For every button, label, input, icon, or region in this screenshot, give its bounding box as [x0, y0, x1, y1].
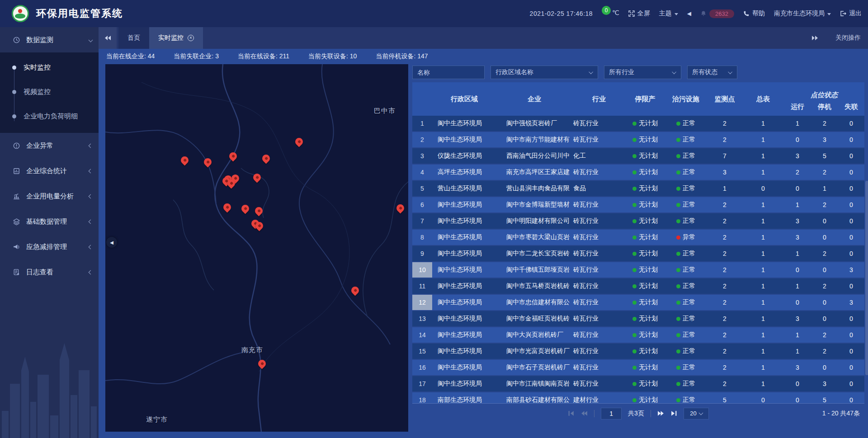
- chevron-down-icon: [827, 13, 831, 15]
- region-filter-select[interactable]: 行政区域名称: [491, 66, 598, 79]
- status-dot-icon: [632, 235, 637, 240]
- cell-company: 阆中市江南镇阆南页岩: [496, 376, 572, 391]
- stat-label: 当前在线设备:: [238, 52, 278, 60]
- cell-region: 阆中生态环境局: [432, 213, 496, 229]
- org-dropdown[interactable]: 南充市生态环境局: [774, 9, 831, 18]
- first-page-button[interactable]: [568, 410, 575, 417]
- cell-company: 阆中大兴页岩机砖厂: [496, 327, 572, 343]
- row-number[interactable]: 14: [412, 327, 432, 343]
- cell-limit-status: 无计划: [626, 165, 665, 180]
- table-row[interactable]: 14阆中生态环境局阆中大兴页岩机砖厂砖瓦行业无计划正常21120: [412, 327, 864, 344]
- cell-lost: 0: [838, 327, 864, 343]
- table-row[interactable]: 17阆中生态环境局阆中市江南镇阆南页岩砖瓦行业无计划正常21030: [412, 376, 864, 392]
- table-row[interactable]: 18南部生态环境局南部县砂石建材有限公建材行业无计划正常50050: [412, 392, 864, 403]
- row-number[interactable]: 15: [412, 344, 432, 359]
- table-row[interactable]: 7阆中生态环境局阆中明阳建材有限公司砖瓦行业无计划正常21300: [412, 213, 864, 230]
- page-number-input[interactable]: [601, 408, 622, 419]
- cell-region: 阆中生态环境局: [432, 197, 496, 212]
- row-number[interactable]: 18: [412, 392, 432, 403]
- row-number[interactable]: 3: [412, 148, 432, 164]
- map-panel[interactable]: 巴中市南充市遂宁市 ◀: [105, 64, 408, 432]
- sidebar-item-base-data-management[interactable]: 基础数据管理: [0, 209, 99, 234]
- cell-limit-status: 无计划: [626, 311, 665, 326]
- tab-close-icon[interactable]: ×: [188, 35, 194, 41]
- table-row[interactable]: 9阆中生态环境局阆中市二龙长宝页岩砖砖瓦行业无计划正常21120: [412, 246, 864, 262]
- row-number[interactable]: 8: [412, 230, 432, 245]
- cell-stopped: 1: [811, 181, 838, 196]
- sidebar-item-data-monitoring[interactable]: 数据监测: [0, 27, 99, 52]
- prev-page-button[interactable]: [581, 410, 588, 417]
- help-button[interactable]: 帮助: [743, 9, 765, 18]
- sidebar-subitem-power-load-detail[interactable]: 企业电力负荷明细: [0, 104, 99, 128]
- row-number[interactable]: 2: [412, 132, 432, 147]
- cell-company: 阆中市枣碧大梁山页岩: [496, 230, 572, 245]
- industry-filter-select[interactable]: 所有行业: [604, 66, 681, 79]
- sidebar-item-log-view[interactable]: 日志查看: [0, 259, 99, 285]
- row-number[interactable]: 5: [412, 181, 432, 196]
- cell-company: 阆中强锐页岩砖厂: [496, 116, 572, 131]
- row-number[interactable]: 11: [412, 278, 432, 294]
- row-number[interactable]: 1: [412, 116, 432, 131]
- tabs-back-button[interactable]: [99, 27, 117, 49]
- tab-home[interactable]: 首页: [118, 27, 149, 49]
- sidebar-item-enterprise-abnormal[interactable]: 企业异常: [0, 133, 99, 158]
- table-row[interactable]: 5营山生态环境局营山县润丰肉食品有限食品无计划正常10010: [412, 181, 864, 197]
- table-scrollbar[interactable]: [865, 181, 868, 375]
- sidebar-subitem-video-monitor[interactable]: 视频监控: [0, 80, 99, 104]
- table-row[interactable]: 2阆中生态环境局阆中市南方节能建材有砖瓦行业无计划正常21030: [412, 132, 864, 148]
- notifications[interactable]: 2632: [700, 9, 734, 18]
- cell-facility-status: 正常: [665, 360, 707, 375]
- table-row[interactable]: 12阆中生态环境局阆中市忠信建材有限公砖瓦行业无计划正常21003: [412, 295, 864, 311]
- row-number[interactable]: 6: [412, 197, 432, 212]
- logout-button[interactable]: 退出: [840, 9, 862, 18]
- last-page-button[interactable]: [670, 410, 677, 417]
- prev-page-icon: [581, 410, 588, 417]
- row-number[interactable]: 13: [412, 311, 432, 326]
- stat-value: 44: [148, 52, 155, 60]
- table-row[interactable]: 1阆中生态环境局阆中强锐页岩砖厂砖瓦行业无计划正常21120: [412, 116, 864, 132]
- sidebar-item-power-usage-analysis[interactable]: 企业用电量分析: [0, 184, 99, 209]
- status-dot-icon: [676, 382, 680, 386]
- cell-facility-status: 正常: [665, 132, 707, 147]
- table-row[interactable]: 10阆中生态环境局阆中千佛镇五郎垭页岩砖瓦行业无计划正常21003: [412, 262, 864, 278]
- table-row[interactable]: 6阆中生态环境局阆中市金博瑞新型墙材砖瓦行业无计划正常21120: [412, 197, 864, 213]
- stat-value: 147: [417, 52, 428, 60]
- table-row[interactable]: 3仪陇生态环境局西南油气田分公司川中化工无计划正常71350: [412, 148, 864, 165]
- table-row[interactable]: 4高坪生态环境局南充市高坪区王家店建砖瓦行业无计划正常31220: [412, 165, 864, 181]
- sidebar-subitem-realtime-monitor[interactable]: 实时监控: [0, 55, 99, 80]
- row-number[interactable]: 17: [412, 376, 432, 391]
- sidebar-item-enterprise-statistics[interactable]: 企业综合统计: [0, 158, 99, 184]
- cell-industry: 砖瓦行业: [572, 311, 626, 326]
- row-number[interactable]: 16: [412, 360, 432, 375]
- cell-stopped: 0: [811, 262, 838, 278]
- tab-realtime-monitor[interactable]: 实时监控 ×: [149, 27, 203, 49]
- row-number[interactable]: 9: [412, 246, 432, 261]
- row-number[interactable]: 10: [412, 262, 432, 278]
- table-row[interactable]: 13阆中生态环境局阆中市金福旺页岩机砖砖瓦行业无计划正常21300: [412, 311, 864, 327]
- status-dot-icon: [632, 219, 637, 223]
- tabs-forward-button[interactable]: [811, 35, 818, 41]
- app-logo-icon: [12, 5, 29, 22]
- table-row[interactable]: 8阆中生态环境局阆中市枣碧大梁山页岩砖瓦行业无计划异常21300: [412, 230, 864, 246]
- table-row[interactable]: 15阆中生态环境局阆中市光富页岩机砖厂砖瓦行业无计划正常21120: [412, 344, 864, 360]
- page-size-select[interactable]: 20: [684, 408, 709, 419]
- temperature-badge: 0: [602, 6, 611, 15]
- row-number[interactable]: 7: [412, 213, 432, 229]
- next-page-button[interactable]: [657, 410, 664, 417]
- status-dot-icon: [632, 138, 637, 142]
- cell-running: 0: [784, 181, 811, 196]
- sidebar-item-emergency-reduction[interactable]: 应急减排管理: [0, 234, 99, 259]
- row-number[interactable]: 12: [412, 295, 432, 310]
- table-row[interactable]: 16阆中生态环境局阆中市石子页岩机砖厂砖瓦行业无计划正常21300: [412, 360, 864, 376]
- cell-stopped: 2: [811, 344, 838, 359]
- table-row[interactable]: 11阆中生态环境局阆中市五马桥页岩机砖砖瓦行业无计划正常21120: [412, 278, 864, 295]
- map-city-label: 巴中市: [374, 107, 396, 115]
- mute-icon[interactable]: ◀: [687, 10, 691, 17]
- close-operations-button[interactable]: 关闭操作: [835, 34, 861, 42]
- map-collapse-handle[interactable]: ◀: [106, 237, 117, 248]
- name-filter-input[interactable]: [412, 66, 485, 79]
- theme-dropdown[interactable]: 主题: [659, 9, 678, 18]
- status-filter-select[interactable]: 所有状态: [687, 66, 737, 79]
- fullscreen-button[interactable]: 全屏: [628, 9, 650, 18]
- row-number[interactable]: 4: [412, 165, 432, 180]
